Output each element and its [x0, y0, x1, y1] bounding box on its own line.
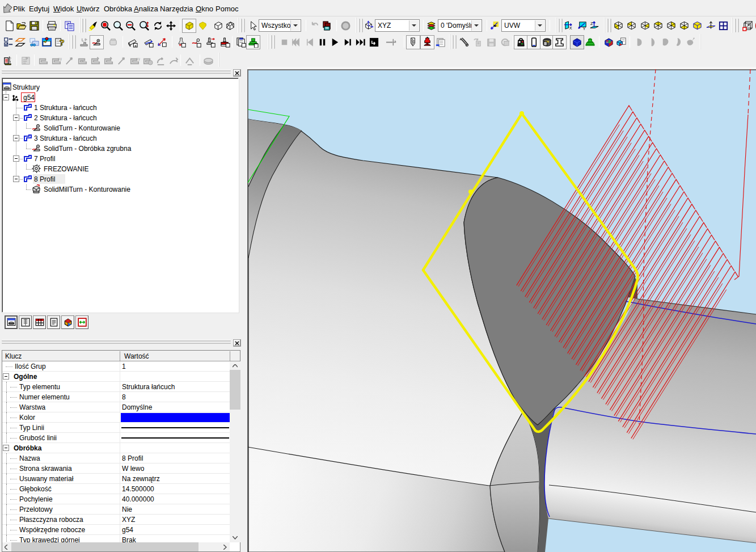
- svg-text:X: X: [569, 26, 572, 31]
- svg-text:Y: Y: [582, 26, 585, 31]
- svg-text:?: ?: [60, 37, 65, 47]
- svg-text:Z: Z: [590, 21, 593, 26]
- svg-text:xyz: xyz: [136, 57, 140, 61]
- svg-text:xyz: xyz: [58, 57, 62, 61]
